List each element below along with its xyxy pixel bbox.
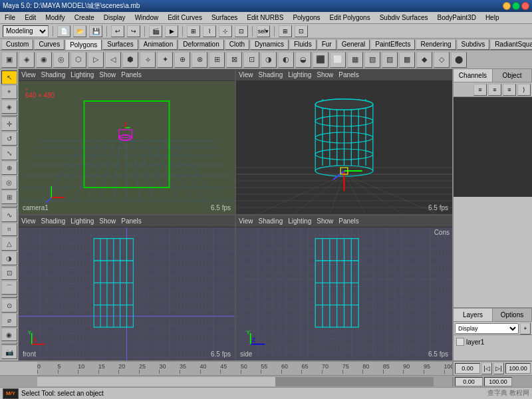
menu-file[interactable]: File [3, 13, 17, 22]
ch-icon-align-center[interactable]: ≡ [488, 84, 501, 96]
paint-skin-tool[interactable]: ◉ [1, 328, 17, 342]
tab-fur[interactable]: Fur [317, 39, 336, 50]
vp1-menu-show[interactable]: Show [99, 71, 116, 78]
select-tool[interactable]: ↖ [1, 70, 17, 84]
menu-polygons[interactable]: Polygons [291, 13, 322, 22]
range-start-input[interactable] [455, 377, 483, 386]
open-file-button[interactable]: 📂 [73, 25, 86, 37]
maximize-button[interactable] [512, 2, 520, 10]
rotate-tool[interactable]: ↺ [1, 132, 17, 146]
tab-dynamics[interactable]: Dynamics [250, 39, 289, 50]
vp4-menu-show[interactable]: Show [317, 217, 333, 225]
vp3-canvas[interactable]: X Y 6.5 fps front [19, 227, 235, 360]
close-button[interactable] [521, 2, 529, 10]
poly-tool-2[interactable]: ◈ [19, 52, 35, 68]
soft-select-tool[interactable]: ◎ [1, 176, 17, 190]
menu-subdiv-surfaces[interactable]: Subdiv Surfaces [378, 13, 430, 22]
lattice-tool[interactable]: ⊡ [1, 266, 17, 280]
poly-tool-20[interactable]: ⬜ [330, 52, 346, 68]
render-button[interactable]: 🎬 [149, 25, 162, 37]
vp3-menu-view[interactable]: View [21, 217, 36, 225]
snap-curve-button[interactable]: ⌇ [203, 25, 216, 37]
poly-tool-25[interactable]: ◆ [416, 52, 432, 68]
tab-fluids[interactable]: Fluids [289, 39, 317, 50]
vp1-menu-shading[interactable]: Shading [41, 71, 66, 78]
redo-button[interactable]: ↪ [127, 25, 140, 37]
vp3-menu-panels[interactable]: Panels [121, 217, 142, 225]
menu-help[interactable]: Help [483, 13, 501, 22]
vp4-canvas[interactable]: Z Y 6.5 fps side Cons [236, 227, 452, 360]
menu-modify[interactable]: Modify [43, 13, 66, 22]
new-file-button[interactable]: 📄 [57, 25, 70, 37]
camera-tool[interactable]: 📷 [1, 345, 17, 359]
poly-tool-15[interactable]: ⊡ [243, 52, 259, 68]
poly-tool-6[interactable]: ▷ [88, 52, 104, 68]
lasso-tool[interactable]: ⌖ [1, 85, 17, 99]
poly-tool-26[interactable]: ◇ [434, 52, 450, 68]
poly-tool-22[interactable]: ▧ [364, 52, 380, 68]
menu-window[interactable]: Window [133, 13, 161, 22]
tab-cloth[interactable]: Cloth [225, 39, 249, 50]
select-by-name[interactable]: sel▾ [257, 25, 270, 37]
poly-tool-7[interactable]: ◁ [105, 52, 121, 68]
range-bar[interactable] [0, 375, 532, 387]
poly-tool-12[interactable]: ⊗ [192, 52, 207, 68]
ipr-button[interactable]: ▶ [165, 25, 178, 37]
viewport-front[interactable]: View Shading Lighting Show Panels [19, 215, 235, 360]
snap-view-button[interactable]: ⊡ [235, 25, 248, 37]
tab-subdivs[interactable]: Subdivs [457, 39, 490, 50]
poly-tool-14[interactable]: ⊠ [226, 52, 242, 68]
timeline[interactable]: 0510152025303540455055606570758085909510… [0, 360, 532, 375]
vp1-canvas[interactable]: 640 × 480 + 6.5 fps camera1 [19, 81, 235, 214]
poly-tool-21[interactable]: ▦ [347, 52, 363, 68]
snap-point-button[interactable]: ⊹ [219, 25, 232, 37]
layer-tab-options[interactable]: Options [493, 309, 532, 321]
poly-tool-16[interactable]: ◑ [261, 52, 277, 68]
range-track[interactable] [37, 377, 434, 386]
menu-edit-polygons[interactable]: Edit Polygons [328, 13, 372, 22]
menu-display[interactable]: Display [102, 13, 128, 22]
menu-edit-nurbs[interactable]: Edit NURBS [245, 13, 285, 22]
layer-item-1[interactable]: layer1 [455, 336, 531, 347]
tab-surfaces[interactable]: Surfaces [102, 39, 138, 50]
ch-icon-align-right[interactable]: ≡ [503, 84, 516, 96]
timeline-numbers[interactable]: 0510152025303540455055606570758085909510… [37, 362, 452, 375]
poly-tool-17[interactable]: ◐ [278, 52, 294, 68]
poly-tool-23[interactable]: ▨ [382, 52, 398, 68]
save-file-button[interactable]: 💾 [89, 25, 102, 37]
layer-tab-layers[interactable]: Layers [454, 309, 493, 321]
range-end-input[interactable] [484, 377, 512, 386]
show-manip-tool[interactable]: ⊞ [1, 190, 17, 204]
channel-tab-object[interactable]: Object [493, 69, 532, 82]
vp1-menu-lighting[interactable]: Lighting [70, 71, 94, 78]
vp4-menu-shading[interactable]: Shading [259, 217, 283, 225]
mode-selector[interactable]: Modeling Animation Dynamics Rendering [3, 25, 49, 37]
poly-tool-11[interactable]: ⊕ [174, 52, 190, 68]
snap-grid-button[interactable]: ⊞ [187, 25, 200, 37]
layer-display-select[interactable]: Display [455, 323, 519, 334]
poly-tool-27[interactable]: ⬤ [451, 52, 467, 68]
tab-rendering[interactable]: Rendering [416, 39, 456, 50]
poly-tool-9[interactable]: ⟡ [140, 52, 156, 68]
menu-bodypaint[interactable]: BodyPaint3D [436, 13, 478, 22]
joint-tool[interactable]: ⊙ [1, 299, 17, 313]
poly-tool-5[interactable]: ⬡ [70, 52, 86, 68]
menu-edit[interactable]: Edit [23, 13, 38, 22]
sculpt-tool[interactable]: ◑ [1, 251, 17, 265]
viewport-3d[interactable]: View Shading Lighting Show Panels [236, 69, 452, 214]
poly-tool-4[interactable]: ◎ [53, 52, 69, 68]
poly-tool-19[interactable]: ⬛ [313, 52, 329, 68]
layout-button[interactable]: ⊞ [279, 25, 292, 37]
scale-tool[interactable]: ⤡ [1, 146, 17, 160]
viewport-perspective[interactable]: View Shading Lighting Show Panels [19, 69, 235, 214]
end-frame-input[interactable] [505, 363, 531, 374]
tab-radiantsquare[interactable]: RadiantSquare [490, 39, 532, 50]
vp4-menu-panels[interactable]: Panels [338, 217, 359, 225]
vp3-menu-show[interactable]: Show [99, 217, 116, 225]
vp3-menu-lighting[interactable]: Lighting [70, 217, 94, 225]
poly-tool-18[interactable]: ◒ [295, 52, 311, 68]
curve-tool[interactable]: ∿ [1, 208, 17, 222]
vp2-menu-lighting[interactable]: Lighting [288, 71, 311, 78]
poly-tool-13[interactable]: ⊞ [209, 52, 225, 68]
bend-tool[interactable]: ⌒ [1, 281, 17, 295]
